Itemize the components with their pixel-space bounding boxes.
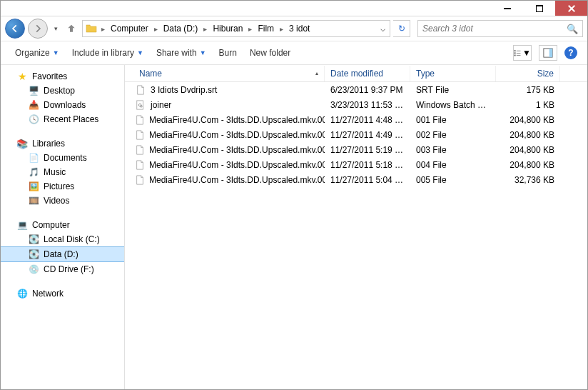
file-size-cell: 204,800 KB bbox=[496, 114, 560, 126]
sort-ascending-icon: ▴ bbox=[315, 70, 318, 76]
file-size-cell: 204,800 KB bbox=[496, 129, 560, 141]
file-name-text: MediaFire4U.Com - 3Idts.DD.Upscaled.mkv.… bbox=[149, 145, 325, 155]
file-row[interactable]: MediaFire4U.Com - 3Idts.DD.Upscaled.mkv.… bbox=[125, 127, 587, 142]
organize-menu[interactable]: Organize▼ bbox=[11, 45, 64, 61]
forward-button[interactable] bbox=[28, 19, 48, 39]
file-name-cell: MediaFire4U.Com - 3Idts.DD.Upscaled.mkv.… bbox=[125, 158, 325, 172]
search-icon: 🔍 bbox=[567, 24, 578, 34]
search-input[interactable] bbox=[422, 24, 567, 34]
sidebar-item-videos[interactable]: 🎞️Videos bbox=[1, 194, 124, 208]
maximize-button[interactable] bbox=[523, 1, 555, 16]
maximize-icon bbox=[536, 5, 543, 12]
new-folder-button[interactable]: New folder bbox=[245, 45, 295, 61]
disk-icon: 💽 bbox=[28, 234, 39, 245]
sidebar-group-label: Computer bbox=[32, 220, 70, 230]
breadcrumb-segment[interactable]: Hiburan bbox=[210, 22, 245, 35]
address-dropdown[interactable]: ⌵ bbox=[377, 24, 388, 34]
column-header-name[interactable]: Name▴ bbox=[125, 66, 325, 81]
view-options-button[interactable]: ▼ bbox=[513, 45, 532, 61]
column-header-type[interactable]: Type bbox=[410, 66, 496, 81]
chevron-down-icon: ▼ bbox=[137, 49, 143, 56]
arrow-left-icon bbox=[10, 24, 20, 34]
file-icon bbox=[135, 99, 146, 111]
file-row[interactable]: MediaFire4U.Com - 3Idts.DD.Upscaled.mkv.… bbox=[125, 142, 587, 157]
recent-places-icon: 🕓 bbox=[28, 114, 39, 125]
file-list[interactable]: 3 Idiots Dvdrip.srt6/23/2011 9:37 PMSRT … bbox=[125, 82, 587, 389]
address-bar[interactable]: ▸ Computer ▸ Data (D:) ▸ Hiburan ▸ Film … bbox=[82, 20, 390, 37]
search-box[interactable]: 🔍 bbox=[417, 20, 583, 37]
sidebar-item-music[interactable]: 🎵Music bbox=[1, 165, 124, 179]
refresh-button[interactable]: ↻ bbox=[393, 20, 410, 37]
sidebar-item-data-d[interactable]: 💽Data (D:) bbox=[1, 246, 124, 262]
breadcrumb-segment[interactable]: Computer bbox=[108, 22, 151, 35]
desktop-icon: 🖥️ bbox=[28, 85, 39, 96]
file-row[interactable]: MediaFire4U.Com - 3Idts.DD.Upscaled.mkv.… bbox=[125, 157, 587, 172]
svg-rect-5 bbox=[517, 55, 521, 56]
libraries-icon: 📚 bbox=[16, 138, 28, 149]
navigation-bar: ▾ ▸ Computer ▸ Data (D:) ▸ Hiburan ▸ Fil… bbox=[1, 16, 587, 41]
file-type-cell: 005 File bbox=[410, 174, 496, 186]
chevron-down-icon: ▼ bbox=[522, 48, 531, 58]
sidebar-group-libraries[interactable]: 📚 Libraries bbox=[1, 136, 124, 151]
file-size-cell: 32,736 KB bbox=[496, 174, 560, 186]
sidebar-group-network[interactable]: 🌐 Network bbox=[1, 286, 124, 301]
minimize-button[interactable] bbox=[491, 1, 523, 16]
file-type-cell: 002 File bbox=[410, 129, 496, 141]
folder-icon bbox=[86, 23, 97, 34]
file-name-cell: MediaFire4U.Com - 3Idts.DD.Upscaled.mkv.… bbox=[125, 143, 325, 157]
column-headers: Name▴ Date modified Type Size bbox=[125, 65, 587, 82]
command-bar: Organize▼ Include in library▼ Share with… bbox=[1, 41, 587, 65]
column-header-date[interactable]: Date modified bbox=[325, 66, 410, 81]
file-type-cell: Windows Batch File bbox=[410, 99, 496, 111]
close-button[interactable] bbox=[555, 1, 587, 16]
file-date-cell: 11/27/2011 5:18 PM bbox=[325, 159, 410, 171]
file-row[interactable]: MediaFire4U.Com - 3Idts.DD.Upscaled.mkv.… bbox=[125, 172, 587, 187]
chevron-right-icon: ▸ bbox=[100, 25, 106, 33]
chevron-down-icon: ▼ bbox=[200, 49, 206, 56]
computer-icon: 💻 bbox=[16, 219, 28, 231]
file-size-cell: 204,800 KB bbox=[496, 159, 560, 171]
sidebar-item-pictures[interactable]: 🖼️Pictures bbox=[1, 179, 124, 194]
close-icon bbox=[567, 4, 576, 13]
file-name-cell: joiner bbox=[125, 98, 325, 112]
sidebar-item-downloads[interactable]: 📥Downloads bbox=[1, 98, 124, 112]
disk-icon: 💽 bbox=[28, 249, 39, 260]
sidebar-item-recent-places[interactable]: 🕓Recent Places bbox=[1, 112, 124, 126]
column-header-size[interactable]: Size bbox=[496, 66, 560, 81]
file-name-text: MediaFire4U.Com - 3Idts.DD.Upscaled.mkv.… bbox=[149, 130, 325, 140]
help-button[interactable]: ? bbox=[564, 46, 577, 59]
sidebar-item-local-disk-c[interactable]: 💽Local Disk (C:) bbox=[1, 232, 124, 246]
sidebar-item-cd-drive-f[interactable]: 💿CD Drive (F:) bbox=[1, 262, 124, 276]
preview-pane-icon bbox=[543, 48, 553, 58]
share-with-menu[interactable]: Share with▼ bbox=[152, 45, 211, 61]
music-icon: 🎵 bbox=[28, 166, 39, 178]
file-icon bbox=[135, 174, 145, 186]
breadcrumb-segment[interactable]: Data (D:) bbox=[161, 22, 201, 35]
arrow-right-icon bbox=[33, 24, 43, 34]
sidebar-item-documents[interactable]: 📄Documents bbox=[1, 151, 124, 165]
sidebar-group-favorites[interactable]: ★ Favorites bbox=[1, 69, 124, 84]
up-button[interactable] bbox=[64, 21, 79, 36]
preview-pane-button[interactable] bbox=[539, 45, 557, 61]
file-name-cell: 3 Idiots Dvdrip.srt bbox=[125, 83, 325, 97]
file-row[interactable]: 3 Idiots Dvdrip.srt6/23/2011 9:37 PMSRT … bbox=[125, 82, 587, 97]
file-row[interactable]: MediaFire4U.Com - 3Idts.DD.Upscaled.mkv.… bbox=[125, 112, 587, 127]
minimize-icon bbox=[504, 8, 511, 9]
file-name-cell: MediaFire4U.Com - 3Idts.DD.Upscaled.mkv.… bbox=[125, 128, 325, 142]
breadcrumb-segment[interactable]: 3 idot bbox=[286, 22, 313, 35]
svg-rect-7 bbox=[549, 49, 552, 57]
back-button[interactable] bbox=[5, 19, 25, 39]
burn-button[interactable]: Burn bbox=[215, 45, 241, 61]
sidebar-item-desktop[interactable]: 🖥️Desktop bbox=[1, 84, 124, 98]
file-icon bbox=[135, 114, 145, 126]
file-date-cell: 11/27/2011 4:49 PM bbox=[325, 129, 410, 141]
file-name-cell: MediaFire4U.Com - 3Idts.DD.Upscaled.mkv.… bbox=[125, 113, 325, 127]
svg-rect-0 bbox=[514, 50, 516, 51]
sidebar-group-computer[interactable]: 💻 Computer bbox=[1, 218, 124, 232]
file-row[interactable]: joiner3/23/2013 11:53 PMWindows Batch Fi… bbox=[125, 97, 587, 112]
include-in-library-menu[interactable]: Include in library▼ bbox=[68, 45, 148, 61]
file-date-cell: 11/27/2011 5:19 PM bbox=[325, 144, 410, 156]
breadcrumb-segment[interactable]: Film bbox=[255, 22, 277, 35]
file-size-cell: 1 KB bbox=[496, 99, 560, 111]
history-dropdown[interactable]: ▾ bbox=[51, 25, 61, 32]
